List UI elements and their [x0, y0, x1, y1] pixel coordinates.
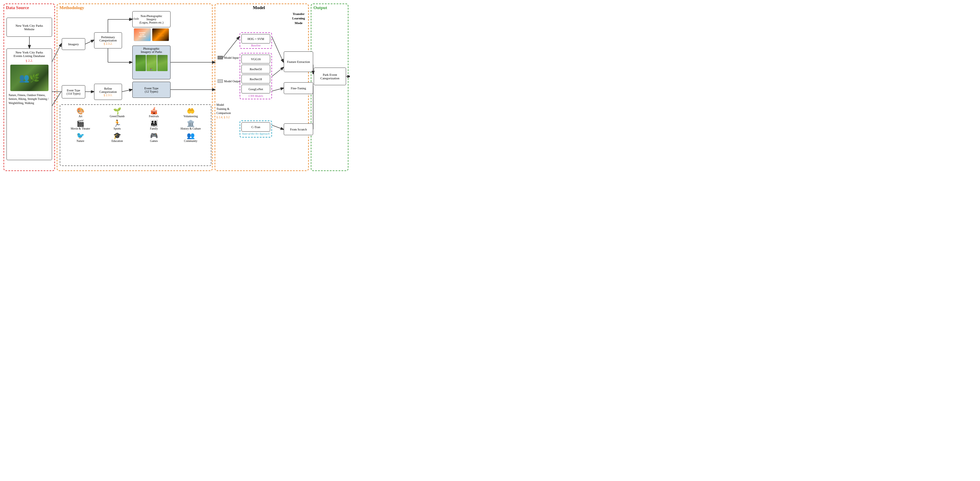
vgg16-box: VGG16	[242, 55, 270, 63]
event-type-12-box: Event Type (12 Types)	[132, 82, 170, 98]
fine-tuning-box: Fine-Tuning	[284, 82, 313, 94]
ctran-box: C-Tran	[242, 122, 270, 132]
from-scratch-box: From Scratch	[284, 124, 313, 135]
resnet50-box: ResNet50	[242, 65, 270, 73]
tl-mode-title: TransferLearningMode	[285, 12, 313, 25]
photo-imagery-box: Photographic Imagery of Parks 👫	[132, 46, 170, 79]
icon-volunteering: 🤲 Volunteering	[173, 107, 208, 118]
refine-cat-box: Refine Categorization § 2.3.1.	[94, 84, 122, 100]
imagery-box: Imagery	[62, 38, 85, 50]
icon-movie-theater: 🎬 Movie & Theater	[63, 120, 98, 130]
model-output-legend: Model Output	[218, 79, 240, 83]
event-type-114-box: Event Type (114 Types)	[62, 85, 85, 98]
output-title: Output	[313, 5, 327, 10]
nyc-parks-website-box: New York City Parks Website	[6, 17, 52, 37]
hog-svm-box: HOG + SVM	[242, 34, 270, 43]
icon-sports: 🏃 Sports	[99, 120, 135, 130]
icon-art: 🎨 Art	[63, 107, 98, 118]
prelim-cat-box: Preliminary Categorization § 2.3.2.	[94, 32, 122, 49]
icon-greenthumb: 🌱 GreenThumb	[99, 107, 135, 118]
data-source-title: Data Source	[6, 5, 29, 10]
model-input-legend: Model Input	[218, 56, 239, 59]
icon-festivals: 🎪 Festivals	[136, 107, 172, 118]
methodology-title: Methodology	[59, 5, 84, 10]
icon-nature: 🐦 Nature	[63, 132, 98, 143]
googlenet-box: GoogLeNet	[242, 85, 270, 94]
exclude-label: Exclude	[129, 17, 139, 20]
icon-community: 👥 Community	[173, 132, 208, 143]
feature-extraction-box: Feature Extraction	[284, 51, 313, 72]
icon-education: 🎓 Education	[99, 132, 135, 143]
icon-family: 👨‍👩‍👧 Family	[136, 120, 172, 130]
output-section	[311, 3, 348, 171]
nyc-parks-db-box: New York City Parks Events Listing Datab…	[6, 49, 52, 160]
resnet18-box: ResNet18	[242, 75, 270, 83]
icon-games: 🎮 Games	[136, 132, 172, 143]
model-title: Model	[253, 5, 265, 10]
icon-history-culture: 🏛️ History & Culture	[173, 120, 208, 130]
model-training-legend: Model Training & Comparison § 2.4, § 3.2	[216, 103, 231, 119]
park-event-cat-box: Park Event Categorization	[314, 68, 346, 85]
